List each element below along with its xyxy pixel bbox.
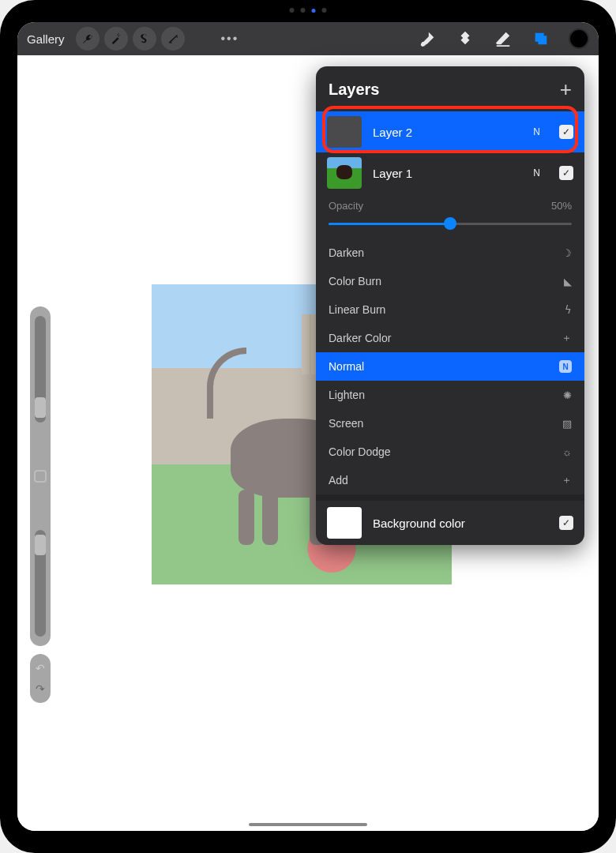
bulb-icon: ☼ (562, 446, 572, 458)
layer-thumbnail (327, 116, 362, 148)
eraser-icon[interactable] (493, 28, 513, 49)
layer-visibility-checkbox[interactable]: ✓ (559, 125, 573, 139)
flame-icon: ϟ (565, 304, 572, 316)
sun-icon: ✺ (563, 389, 572, 401)
blend-mode-screen[interactable]: Screen▨ (316, 409, 584, 438)
camera-dots (290, 8, 327, 13)
hatch-icon: ▨ (562, 418, 572, 430)
layer-blend-badge: N (533, 167, 540, 178)
opacity-label: Opacity (329, 200, 363, 212)
redo-icon[interactable]: ↷ (36, 682, 45, 695)
moon-icon: ☽ (562, 247, 572, 259)
brush-opacity-slider[interactable] (35, 530, 46, 637)
smudge-icon[interactable] (455, 28, 475, 49)
drop-icon: ◣ (564, 276, 572, 287)
blend-mode-normal[interactable]: NormalN (316, 352, 584, 381)
undo-icon[interactable]: ↶ (36, 662, 45, 675)
layers-panel: Layers + Layer 2 N ✓ Layer 1 N ✓ Opacity… (316, 66, 584, 545)
plus-circle-icon: ＋ (562, 331, 572, 345)
blend-mode-lighten[interactable]: Lighten✺ (316, 381, 584, 409)
layers-panel-title: Layers (329, 81, 380, 99)
add-layer-button[interactable]: + (560, 77, 572, 102)
actions-wrench-icon[interactable] (76, 27, 100, 51)
blend-mode-color-burn[interactable]: Color Burn◣ (316, 267, 584, 295)
modify-menu-icon[interactable]: ••• (221, 32, 239, 46)
home-indicator (249, 823, 367, 826)
opacity-value: 50% (551, 200, 572, 212)
layer-name-label: Layer 2 (373, 126, 522, 139)
top-toolbar: Gallery ••• (17, 22, 599, 55)
blend-mode-color-dodge[interactable]: Color Dodge☼ (316, 438, 584, 466)
brush-icon[interactable] (417, 28, 438, 49)
screen: Gallery ••• (17, 22, 599, 831)
normal-badge-icon: N (559, 360, 572, 373)
color-picker-swatch[interactable] (569, 28, 589, 49)
layer-thumbnail (327, 157, 362, 189)
background-color-row[interactable]: Background color ✓ (316, 501, 584, 545)
transform-arrow-icon[interactable] (161, 27, 185, 51)
layer-visibility-checkbox[interactable]: ✓ (559, 166, 573, 180)
selection-s-icon[interactable] (133, 27, 156, 51)
undo-redo-group: ↶ ↷ (30, 654, 51, 703)
gallery-button[interactable]: Gallery (27, 32, 65, 46)
sidebar-sliders (30, 306, 51, 646)
layers-icon[interactable] (531, 28, 551, 49)
layer-name-label: Layer 1 (373, 167, 522, 180)
plus-square-icon: ＋ (562, 473, 572, 487)
layer-row-layer2[interactable]: Layer 2 N ✓ (316, 111, 584, 152)
blend-mode-darken[interactable]: Darken☽ (316, 239, 584, 267)
background-label: Background color (373, 517, 548, 530)
brush-size-slider[interactable] (35, 316, 46, 423)
ipad-frame: Gallery ••• (0, 0, 616, 853)
adjustments-wand-icon[interactable] (104, 27, 128, 51)
blend-mode-linear-burn[interactable]: Linear Burnϟ (316, 295, 584, 324)
modify-button-icon[interactable] (34, 470, 47, 483)
background-thumbnail (327, 507, 362, 539)
divider (316, 494, 584, 501)
blend-mode-add[interactable]: Add＋ (316, 466, 584, 494)
layer-blend-badge: N (533, 126, 540, 137)
blend-mode-list: Darken☽ Color Burn◣ Linear Burnϟ Darker … (316, 239, 584, 494)
blend-mode-darker-color[interactable]: Darker Color＋ (316, 324, 584, 352)
opacity-slider[interactable] (316, 220, 584, 239)
layer-row-layer1[interactable]: Layer 1 N ✓ (316, 152, 584, 194)
background-visibility-checkbox[interactable]: ✓ (559, 516, 573, 530)
